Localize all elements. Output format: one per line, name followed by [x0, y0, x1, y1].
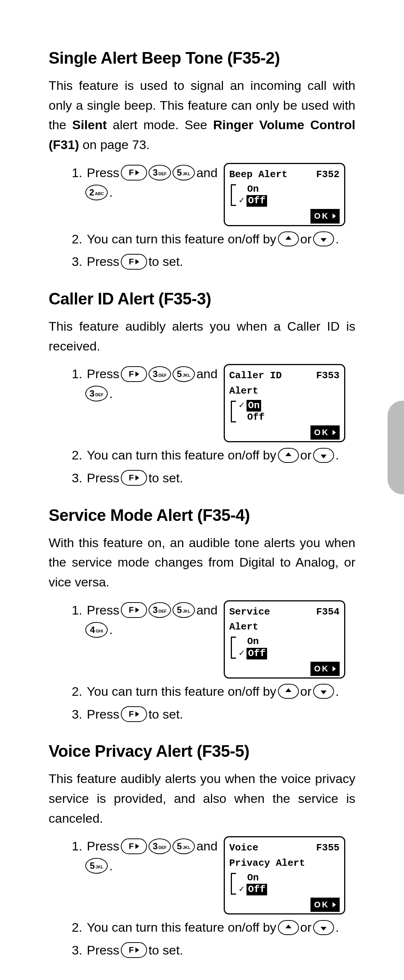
screen-option: On	[239, 400, 340, 412]
section-intro: This feature audibly alerts you when a C…	[49, 317, 355, 356]
down-arrow-key	[313, 684, 334, 699]
lcd-screen: Caller IDF353AlertOnOffOK	[224, 364, 345, 442]
step-3: 3.Press F to set.	[67, 251, 355, 272]
step-list: 1.PressF3DEF5JKL and5JKL.VoiceF355Privac…	[49, 836, 355, 960]
numeric-key-3: 3DEF	[149, 602, 171, 618]
up-arrow-key	[278, 920, 299, 935]
lcd-screen: ServiceF354AlertOnOffOK	[224, 600, 345, 679]
screen-title: Voice	[229, 840, 258, 855]
section-f352: Single Alert Beep Tone (F35-2)This featu…	[49, 49, 355, 272]
down-arrow-key	[313, 920, 334, 935]
ok-softkey: OK	[311, 425, 340, 440]
numeric-key-5: 5JKL	[173, 366, 195, 382]
screen-option: Off	[239, 648, 340, 659]
function-key: F	[121, 602, 147, 618]
step-2: 2.You can turn this feature on/off by or…	[67, 229, 355, 249]
screen-option: On	[239, 872, 340, 884]
screen-subtitle: Alert	[229, 619, 340, 634]
screen-code: F353	[316, 368, 339, 383]
screen-subtitle: Privacy Alert	[229, 856, 340, 871]
numeric-key-2: 2ABC	[85, 185, 108, 200]
function-key: F	[121, 470, 147, 486]
step-2: 2.You can turn this feature on/off by or…	[67, 681, 355, 702]
numeric-key-3: 3DEF	[149, 838, 171, 854]
numeric-key-5: 5JKL	[173, 165, 195, 180]
function-key: F	[121, 165, 147, 180]
step-1: 1.PressF3DEF5JKL and3DEF.Caller IDF353Al…	[67, 364, 355, 442]
ok-softkey: OK	[311, 209, 340, 223]
step-list: 1.PressF3DEF5JKL and2ABC.Beep AlertF352O…	[49, 163, 355, 272]
screen-option: On	[239, 636, 340, 648]
numeric-key-5: 5JKL	[85, 858, 108, 873]
step-3: 3.Press F to set.	[67, 705, 355, 724]
screen-option: Off	[239, 195, 340, 207]
numeric-key-4: 4GHI	[85, 622, 108, 638]
screen-subtitle: Alert	[229, 383, 340, 398]
screen-title: Caller ID	[229, 368, 282, 383]
section-heading: Service Mode Alert (F35-4)	[49, 506, 355, 525]
step-1: 1.PressF3DEF5JKL and5JKL.VoiceF355Privac…	[67, 836, 355, 915]
numeric-key-3: 3DEF	[85, 386, 108, 401]
step-1: 1.PressF3DEF5JKL and4GHI.ServiceF354Aler…	[67, 600, 355, 679]
lcd-screen: VoiceF355Privacy AlertOnOffOK	[224, 836, 345, 915]
up-arrow-key	[278, 684, 299, 699]
step-2: 2.You can turn this feature on/off by or…	[67, 445, 355, 465]
section-heading: Single Alert Beep Tone (F35-2)	[49, 49, 355, 67]
ok-softkey: OK	[311, 897, 340, 912]
section-intro: With this feature on, an audible tone al…	[49, 533, 355, 592]
step-list: 1.PressF3DEF5JKL and3DEF.Caller IDF353Al…	[49, 364, 355, 488]
ok-softkey: OK	[311, 662, 340, 676]
function-key: F	[121, 254, 147, 270]
screen-title: Beep Alert	[229, 167, 288, 182]
step-list: 1.PressF3DEF5JKL and4GHI.ServiceF354Aler…	[49, 600, 355, 724]
numeric-key-5: 5JKL	[173, 602, 195, 618]
screen-code: F354	[316, 605, 339, 619]
function-key: F	[121, 942, 147, 958]
screen-title: Service	[229, 605, 270, 619]
numeric-key-3: 3DEF	[149, 366, 171, 382]
screen-option: On	[239, 183, 340, 195]
screen-code: F355	[316, 840, 339, 855]
section-intro: This feature audibly alerts you when the…	[49, 769, 355, 828]
screen-option: Off	[239, 412, 340, 423]
step-3: 3.Press F to set.	[67, 940, 355, 960]
up-arrow-key	[278, 231, 299, 247]
up-arrow-key	[278, 448, 299, 463]
step-2: 2.You can turn this feature on/off by or…	[67, 918, 355, 937]
function-key: F	[121, 838, 147, 854]
section-f355: Voice Privacy Alert (F35-5)This feature …	[49, 742, 355, 960]
step-3: 3.Press F to set.	[67, 468, 355, 488]
numeric-key-3: 3DEF	[149, 165, 171, 180]
section-f353: Caller ID Alert (F35-3)This feature audi…	[49, 290, 355, 488]
down-arrow-key	[313, 448, 334, 463]
section-intro: This feature is used to signal an incomi…	[49, 76, 355, 155]
section-heading: Voice Privacy Alert (F35-5)	[49, 742, 355, 760]
section-f354: Service Mode Alert (F35-4)With this feat…	[49, 506, 355, 724]
screen-code: F352	[316, 167, 339, 182]
function-key: F	[121, 366, 147, 382]
step-1: 1.PressF3DEF5JKL and2ABC.Beep AlertF352O…	[67, 163, 355, 226]
numeric-key-5: 5JKL	[173, 838, 195, 854]
down-arrow-key	[313, 231, 334, 247]
screen-option: Off	[239, 884, 340, 896]
lcd-screen: Beep AlertF352OnOffOK	[224, 163, 345, 226]
function-key: F	[121, 706, 147, 722]
section-heading: Caller ID Alert (F35-3)	[49, 290, 355, 308]
